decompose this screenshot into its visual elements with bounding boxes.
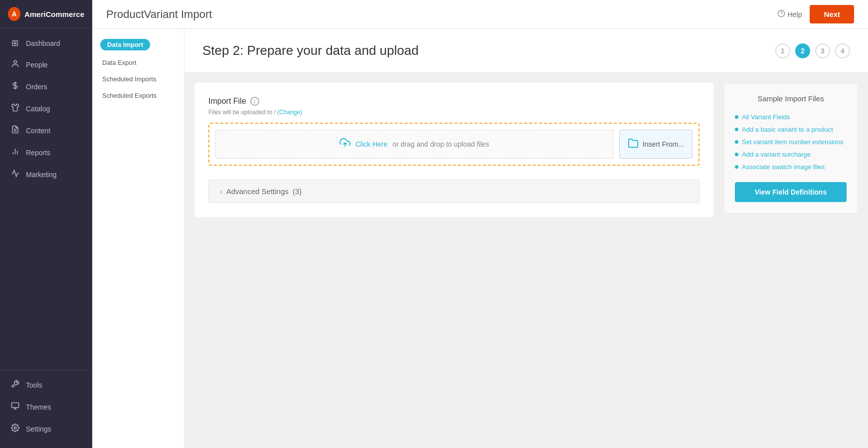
sidebar-item-label: Dashboard xyxy=(26,39,60,47)
folder-icon xyxy=(628,138,639,151)
step-dot-3: 3 xyxy=(815,43,830,58)
svg-point-10 xyxy=(14,427,16,429)
info-icon[interactable]: i xyxy=(250,97,259,106)
list-item: Set variant item number extensions xyxy=(735,136,847,148)
sidebar-bottom: Tools Themes Settings xyxy=(0,370,92,448)
step-indicators: 1 2 3 4 xyxy=(775,43,850,58)
click-here-text[interactable]: Click Here xyxy=(355,140,388,148)
upload-drop-zone[interactable]: Click Here or drag and drop to upload fi… xyxy=(215,130,613,159)
people-icon xyxy=(10,59,20,70)
sidebar-item-marketing[interactable]: Marketing xyxy=(0,164,92,186)
sample-list: All Variant Fields Add a basic variant t… xyxy=(735,111,847,173)
sidebar-item-label: Marketing xyxy=(26,171,56,179)
help-label: Help xyxy=(788,10,802,18)
sidebar-item-label: Themes xyxy=(26,403,51,411)
sample-link[interactable]: Associate swatch image files xyxy=(742,163,825,171)
upload-icon xyxy=(340,137,350,151)
sidebar-item-label: People xyxy=(26,61,48,69)
sample-link[interactable]: Add a variant surcharge xyxy=(742,151,811,158)
page-content: Step 2: Prepare your data and upload 1 2… xyxy=(184,29,868,448)
logo-icon: A xyxy=(8,7,20,21)
sidebar-item-label: Catalog xyxy=(26,105,50,113)
insert-from-label: Insert From... xyxy=(643,140,684,148)
advanced-settings-label: Advanced Settings xyxy=(226,187,289,196)
view-field-definitions-button[interactable]: View Field Definitions xyxy=(735,182,847,202)
subnav-item-data-export[interactable]: Data Export xyxy=(92,54,184,71)
sample-title: Sample Import Files xyxy=(735,94,847,103)
themes-icon xyxy=(10,402,20,413)
sidebar-logo: A AmeriCommerce xyxy=(0,0,92,28)
subnav-item-scheduled-exports[interactable]: Scheduled Exports xyxy=(92,87,184,104)
topbar: ProductVariant Import Help Next xyxy=(92,0,868,29)
svg-rect-7 xyxy=(11,403,18,408)
sample-panel: Sample Import Files All Variant Fields A… xyxy=(723,83,858,217)
content-layout: Data Import Data Export Scheduled Import… xyxy=(92,29,868,448)
sidebar-item-reports[interactable]: Reports xyxy=(0,142,92,164)
subnav-item-label: Scheduled Imports xyxy=(102,75,156,83)
sample-card: Sample Import Files All Variant Fields A… xyxy=(723,83,858,214)
settings-icon xyxy=(10,424,20,435)
sidebar-item-themes[interactable]: Themes xyxy=(0,396,92,418)
content-icon xyxy=(10,125,20,136)
subnav-item-label: Data Export xyxy=(102,59,137,66)
upload-path-label: Files will be uploaded to / xyxy=(208,109,277,116)
sidebar-item-content[interactable]: Content xyxy=(0,120,92,142)
subnav-active-badge: Data Import xyxy=(100,39,150,50)
sample-link[interactable]: All Variant Fields xyxy=(742,113,790,121)
marketing-icon xyxy=(10,169,20,180)
sidebar-item-label: Reports xyxy=(26,149,50,157)
sidebar-item-settings[interactable]: Settings xyxy=(0,418,92,440)
import-card: Import File i Files will be uploaded to … xyxy=(194,83,713,217)
step-title: Step 2: Prepare your data and upload xyxy=(202,43,419,58)
drop-text: or drag and drop to upload files xyxy=(392,140,489,148)
help-link[interactable]: Help xyxy=(777,9,802,19)
insert-from-button[interactable]: Insert From... xyxy=(619,130,693,159)
import-file-label: Import File i xyxy=(208,97,699,106)
orders-icon xyxy=(10,81,20,92)
bullet-icon xyxy=(735,128,738,131)
sidebar-nav: ⊞ Dashboard People Orders Catalog Cont xyxy=(0,28,92,370)
step-dot-1: 1 xyxy=(775,43,790,58)
import-file-section: Import File i Files will be uploaded to … xyxy=(208,97,699,166)
next-button[interactable]: Next xyxy=(810,5,854,23)
catalog-icon xyxy=(10,103,20,114)
sample-link[interactable]: Set variant item number extensions xyxy=(742,138,844,146)
upload-path-change-link[interactable]: (Change) xyxy=(277,109,302,116)
help-icon xyxy=(777,9,785,19)
svg-point-0 xyxy=(13,60,16,63)
step-dot-4: 4 xyxy=(835,43,850,58)
sidebar-item-label: Settings xyxy=(26,425,51,433)
subnav: Data Import Data Export Scheduled Import… xyxy=(92,29,184,448)
advanced-settings-bar[interactable]: › Advanced Settings (3) xyxy=(208,180,699,203)
upload-area-container: Click Here or drag and drop to upload fi… xyxy=(208,123,699,166)
sidebar-item-orders[interactable]: Orders xyxy=(0,76,92,98)
tools-icon xyxy=(10,380,20,391)
import-file-text: Import File xyxy=(208,97,246,106)
list-item: Associate swatch image files xyxy=(735,161,847,173)
dashboard-icon: ⊞ xyxy=(10,38,20,48)
step-header: Step 2: Prepare your data and upload 1 2… xyxy=(184,29,868,73)
sidebar-item-label: Content xyxy=(26,127,50,135)
logo-text: AmeriCommerce xyxy=(24,10,84,18)
list-item: Add a variant surcharge xyxy=(735,148,847,161)
subnav-item-data-import[interactable]: Data Import xyxy=(92,35,184,54)
step-dot-2: 2 xyxy=(795,43,810,58)
sidebar: A AmeriCommerce ⊞ Dashboard People Order… xyxy=(0,0,92,448)
bullet-icon xyxy=(735,153,738,156)
sidebar-item-people[interactable]: People xyxy=(0,54,92,76)
sidebar-item-dashboard[interactable]: ⊞ Dashboard xyxy=(0,32,92,54)
sidebar-item-tools[interactable]: Tools xyxy=(0,374,92,396)
reports-icon xyxy=(10,147,20,158)
list-item: All Variant Fields xyxy=(735,111,847,123)
list-item: Add a basic variant to a product xyxy=(735,123,847,136)
main-area: ProductVariant Import Help Next Data Imp… xyxy=(92,0,868,448)
cards-row: Import File i Files will be uploaded to … xyxy=(184,83,868,227)
sidebar-item-label: Orders xyxy=(26,83,47,91)
bullet-icon xyxy=(735,115,738,119)
sidebar-item-catalog[interactable]: Catalog xyxy=(0,98,92,120)
subnav-item-scheduled-imports[interactable]: Scheduled Imports xyxy=(92,71,184,87)
sample-link[interactable]: Add a basic variant to a product xyxy=(742,126,833,133)
page-title: ProductVariant Import xyxy=(106,8,212,21)
bullet-icon xyxy=(735,140,738,144)
chevron-right-icon: › xyxy=(220,188,222,196)
